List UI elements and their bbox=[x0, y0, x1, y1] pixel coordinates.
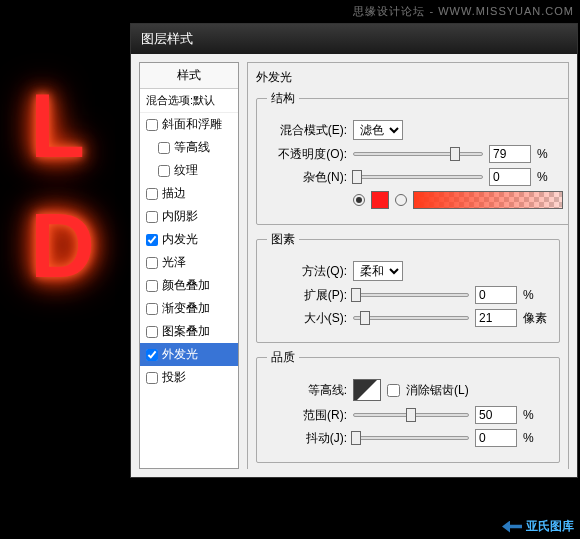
opacity-slider[interactable] bbox=[353, 152, 483, 156]
blend-mode-label: 混合模式(E): bbox=[267, 122, 347, 139]
style-label: 纹理 bbox=[174, 162, 198, 179]
size-unit: 像素 bbox=[523, 310, 549, 327]
dialog-title[interactable]: 图层样式 bbox=[131, 24, 577, 54]
quality-group: 品质 等高线: 消除锯齿(L) 范围(R): % 抖动(J): bbox=[256, 349, 560, 463]
watermark-icon bbox=[502, 521, 522, 533]
spread-unit: % bbox=[523, 288, 549, 302]
jitter-input[interactable] bbox=[475, 429, 517, 447]
style-label: 内阴影 bbox=[162, 208, 198, 225]
style-item-0[interactable]: 斜面和浮雕 bbox=[140, 113, 238, 136]
style-item-11[interactable]: 投影 bbox=[140, 366, 238, 389]
style-checkbox[interactable] bbox=[146, 372, 158, 384]
style-item-8[interactable]: 渐变叠加 bbox=[140, 297, 238, 320]
glow-color-swatch[interactable] bbox=[371, 191, 389, 209]
style-item-3[interactable]: 描边 bbox=[140, 182, 238, 205]
noise-unit: % bbox=[537, 170, 563, 184]
outer-glow-title: 外发光 bbox=[256, 69, 560, 86]
size-slider[interactable] bbox=[353, 316, 469, 320]
spread-slider[interactable] bbox=[353, 293, 469, 297]
outer-glow-settings: 外发光 结构 混合模式(E): 滤色 不透明度(O): % 杂色(N): bbox=[247, 62, 569, 469]
style-checkbox[interactable] bbox=[146, 119, 158, 131]
range-unit: % bbox=[523, 408, 549, 422]
quality-legend: 品质 bbox=[267, 349, 299, 366]
noise-slider[interactable] bbox=[353, 175, 483, 179]
style-label: 颜色叠加 bbox=[162, 277, 210, 294]
antialias-checkbox[interactable] bbox=[387, 384, 400, 397]
style-checkbox[interactable] bbox=[146, 188, 158, 200]
style-checkbox[interactable] bbox=[146, 211, 158, 223]
style-checkbox[interactable] bbox=[146, 234, 158, 246]
size-label: 大小(S): bbox=[267, 310, 347, 327]
neon-letter-l: L bbox=[30, 75, 85, 178]
technique-label: 方法(Q): bbox=[267, 263, 347, 280]
style-checkbox[interactable] bbox=[158, 165, 170, 177]
style-label: 图案叠加 bbox=[162, 323, 210, 340]
technique-select[interactable]: 柔和 bbox=[353, 261, 403, 281]
style-item-1[interactable]: 等高线 bbox=[140, 136, 238, 159]
neon-letter-d: D bbox=[30, 195, 95, 298]
glow-gradient[interactable] bbox=[413, 191, 563, 209]
layer-style-dialog: 图层样式 样式 混合选项:默认 斜面和浮雕等高线纹理描边内阴影内发光光泽颜色叠加… bbox=[130, 23, 578, 478]
range-label: 范围(R): bbox=[267, 407, 347, 424]
structure-legend: 结构 bbox=[267, 90, 299, 107]
jitter-label: 抖动(J): bbox=[267, 430, 347, 447]
noise-input[interactable] bbox=[489, 168, 531, 186]
style-label: 渐变叠加 bbox=[162, 300, 210, 317]
size-input[interactable] bbox=[475, 309, 517, 327]
watermark-bottom: 亚氏图库 bbox=[502, 518, 574, 535]
opacity-label: 不透明度(O): bbox=[267, 146, 347, 163]
opacity-input[interactable] bbox=[489, 145, 531, 163]
opacity-unit: % bbox=[537, 147, 563, 161]
jitter-unit: % bbox=[523, 431, 549, 445]
style-item-7[interactable]: 颜色叠加 bbox=[140, 274, 238, 297]
styles-header[interactable]: 样式 bbox=[140, 63, 238, 89]
contour-label: 等高线: bbox=[267, 382, 347, 399]
style-checkbox[interactable] bbox=[158, 142, 170, 154]
spread-input[interactable] bbox=[475, 286, 517, 304]
gradient-radio[interactable] bbox=[395, 194, 407, 206]
style-item-4[interactable]: 内阴影 bbox=[140, 205, 238, 228]
style-item-10[interactable]: 外发光 bbox=[140, 343, 238, 366]
antialias-label: 消除锯齿(L) bbox=[406, 382, 469, 399]
range-input[interactable] bbox=[475, 406, 517, 424]
style-item-6[interactable]: 光泽 bbox=[140, 251, 238, 274]
style-label: 描边 bbox=[162, 185, 186, 202]
style-label: 外发光 bbox=[162, 346, 198, 363]
blend-options-default[interactable]: 混合选项:默认 bbox=[140, 89, 238, 113]
style-item-5[interactable]: 内发光 bbox=[140, 228, 238, 251]
style-item-9[interactable]: 图案叠加 bbox=[140, 320, 238, 343]
style-label: 等高线 bbox=[174, 139, 210, 156]
range-slider[interactable] bbox=[353, 413, 469, 417]
style-label: 光泽 bbox=[162, 254, 186, 271]
elements-group: 图素 方法(Q): 柔和 扩展(P): % 大小(S): bbox=[256, 231, 560, 343]
jitter-slider[interactable] bbox=[353, 436, 469, 440]
style-label: 内发光 bbox=[162, 231, 198, 248]
elements-legend: 图素 bbox=[267, 231, 299, 248]
style-checkbox[interactable] bbox=[146, 349, 158, 361]
spread-label: 扩展(P): bbox=[267, 287, 347, 304]
color-radio[interactable] bbox=[353, 194, 365, 206]
noise-label: 杂色(N): bbox=[267, 169, 347, 186]
style-label: 斜面和浮雕 bbox=[162, 116, 222, 133]
structure-group: 结构 混合模式(E): 滤色 不透明度(O): % 杂色(N): bbox=[256, 90, 569, 225]
style-checkbox[interactable] bbox=[146, 280, 158, 292]
blend-mode-select[interactable]: 滤色 bbox=[353, 120, 403, 140]
watermark-top: 思缘设计论坛 - WWW.MISSYUAN.COM bbox=[353, 4, 574, 19]
style-checkbox[interactable] bbox=[146, 326, 158, 338]
style-label: 投影 bbox=[162, 369, 186, 386]
style-item-2[interactable]: 纹理 bbox=[140, 159, 238, 182]
style-checkbox[interactable] bbox=[146, 257, 158, 269]
contour-picker[interactable] bbox=[353, 379, 381, 401]
style-checkbox[interactable] bbox=[146, 303, 158, 315]
styles-list: 样式 混合选项:默认 斜面和浮雕等高线纹理描边内阴影内发光光泽颜色叠加渐变叠加图… bbox=[139, 62, 239, 469]
